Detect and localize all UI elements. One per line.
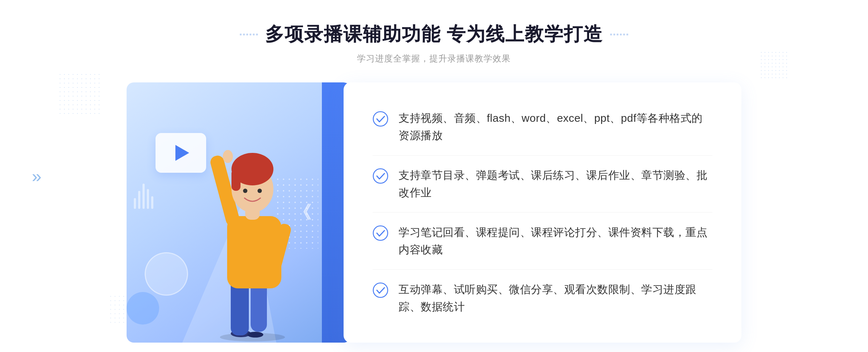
page-title: 多项录播课辅助功能 专为线上教学打造 xyxy=(265,22,603,47)
svg-point-2 xyxy=(247,332,263,338)
bg-dots-right xyxy=(760,51,788,80)
svg-point-19 xyxy=(373,283,388,297)
title-row: 多项录播课辅助功能 专为线上教学打造 xyxy=(240,22,628,47)
arrow-left-decoration: » xyxy=(32,166,42,186)
feature-item-3: 学习笔记回看、课程提问、课程评论打分、课件资料下载，重点内容收藏 xyxy=(373,216,712,266)
feature-item-4: 互动弹幕、试听购买、微信分享、观看次数限制、学习进度跟踪、数据统计 xyxy=(373,274,712,323)
title-deco-left xyxy=(240,34,258,35)
check-icon-1 xyxy=(373,111,388,127)
main-content: 《 xyxy=(127,82,741,343)
page-subtitle: 学习进度全掌握，提升录播课教学效果 xyxy=(240,53,628,64)
feature-text-1: 支持视频、音频、flash、word、excel、ppt、pdf等各种格式的资源… xyxy=(399,110,712,144)
deco-circle-large xyxy=(145,252,188,296)
bg-dots-left xyxy=(58,72,101,116)
divider-1 xyxy=(373,155,712,156)
svg-point-15 xyxy=(223,150,233,163)
divider-2 xyxy=(373,212,712,213)
vert-stripes-decoration xyxy=(134,184,153,209)
check-icon-4 xyxy=(373,282,388,298)
features-panel: 支持视频、音频、flash、word、excel、ppt、pdf等各种格式的资源… xyxy=(344,82,741,343)
feature-text-4: 互动弹幕、试听购买、微信分享、观看次数限制、学习进度跟踪、数据统计 xyxy=(399,281,712,315)
person-figure xyxy=(198,133,314,343)
section-header: 多项录播课辅助功能 专为线上教学打造 学习进度全掌握，提升录播课教学效果 xyxy=(240,22,628,64)
divider-3 xyxy=(373,269,712,270)
svg-point-17 xyxy=(373,169,388,183)
svg-point-12 xyxy=(243,189,247,193)
svg-point-13 xyxy=(258,189,262,193)
feature-item-1: 支持视频、音频、flash、word、excel、ppt、pdf等各种格式的资源… xyxy=(373,102,712,151)
page-container: » 多项录播课辅助功能 专为线上教学打造 学习进度全掌握，提升录播课教学效果 《 xyxy=(0,0,868,352)
feature-text-3: 学习笔记回看、课程提问、课程评论打分、课件资料下载，重点内容收藏 xyxy=(399,224,712,258)
svg-rect-11 xyxy=(231,169,241,191)
play-triangle-icon xyxy=(175,145,189,161)
deco-circle-small xyxy=(127,292,159,325)
check-icon-2 xyxy=(373,168,388,184)
feature-item-2: 支持章节目录、弹题考试、课后练习、课后作业、章节测验、批改作业 xyxy=(373,159,712,209)
title-deco-right xyxy=(610,34,628,35)
check-icon-3 xyxy=(373,225,388,241)
feature-text-2: 支持章节目录、弹题考试、课后练习、课后作业、章节测验、批改作业 xyxy=(399,167,712,201)
svg-point-18 xyxy=(373,226,388,240)
illustration-panel: 《 xyxy=(127,82,351,343)
svg-point-16 xyxy=(373,112,388,126)
